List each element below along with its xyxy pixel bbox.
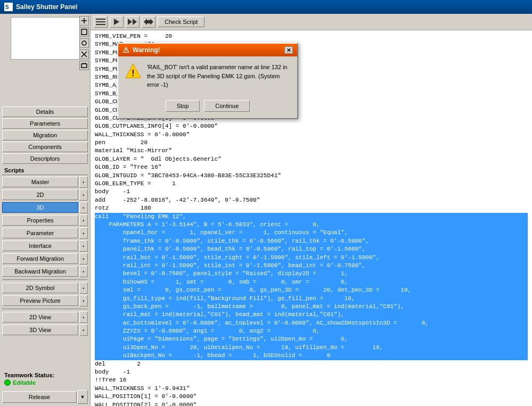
toolbar-btn-3[interactable] <box>126 16 140 28</box>
svg-rect-10 <box>96 21 105 22</box>
release-button[interactable]: Release <box>2 391 77 403</box>
migration-button[interactable]: Migration <box>2 130 88 140</box>
release-dropdown[interactable]: ▼ <box>77 390 88 404</box>
code-line-highlighted: sml = 0, gs_cont_pen = 0, gs_pen_3D = 20… <box>95 286 528 294</box>
stop-button[interactable]: Stop <box>166 100 200 112</box>
properties-button[interactable]: Properties <box>2 215 78 226</box>
dialog-message: 'RAIL_BOT' isn't a valid parameter name … <box>147 63 291 89</box>
code-line: WALL_POSITION[2] = 0'-0.0000" <box>95 402 197 406</box>
preview-picture-row: Preview Picture ▪ <box>2 295 88 306</box>
code-line-highlighted: rail_bot = 0'-1.5000", stile_right = 0'-… <box>95 254 528 262</box>
code-line-highlighted: ui3Dpen_No = 20, uiDetailpen_No = 19, ui… <box>95 344 528 352</box>
master-row: Master ▪ <box>2 176 88 188</box>
preview-picture-button[interactable]: Preview Picture <box>2 295 78 306</box>
properties-side-btn[interactable]: ▪ <box>79 214 88 226</box>
svg-rect-11 <box>96 24 105 25</box>
parameter-side-btn[interactable]: ▪ <box>79 227 88 239</box>
check-script-button[interactable]: Check Script <box>158 16 204 27</box>
twod-row: 2D ▪ <box>2 189 88 201</box>
toolbar-btn-1[interactable] <box>94 16 108 28</box>
master-side-btn[interactable]: ▪ <box>79 176 88 188</box>
sidebar-icon-5[interactable] <box>79 61 89 70</box>
parameter-button[interactable]: Parameter <box>2 228 78 238</box>
code-line: GLOB_CUTPLANES_INFO[4] = 0'-0.0000" <box>95 123 218 129</box>
sidebar-icon-4[interactable] <box>79 49 89 59</box>
continue-button[interactable]: Continue <box>204 100 250 112</box>
svg-marker-14 <box>133 19 137 25</box>
teamwork-status-label: Teamwork Status: <box>4 372 86 378</box>
forward-migration-row: Forward Migration ▪ <box>2 253 88 264</box>
svg-text:!: ! <box>132 69 134 78</box>
parameter-row: Parameter ▪ <box>2 227 88 239</box>
editable-dot <box>4 379 11 386</box>
twod-symbol-side-btn[interactable]: ▪ <box>79 282 88 294</box>
sidebar-icon-2[interactable] <box>79 27 89 37</box>
svg-marker-13 <box>128 19 132 25</box>
interface-side-btn[interactable]: ▪ <box>79 240 88 252</box>
editable-indicator: Editable <box>4 379 86 386</box>
twod-view-side-btn[interactable]: ▪ <box>79 311 88 323</box>
svg-marker-15 <box>144 19 153 25</box>
warning-title-icon: ⚠ <box>122 46 129 54</box>
threed-side-btn[interactable]: ▪ <box>79 202 88 213</box>
code-line-highlighted: uiPage = "Dimensions", page = "Settings"… <box>95 335 528 343</box>
components-button[interactable]: Components <box>2 142 88 152</box>
code-line: SYMB_VIEW_PEN = 20 <box>95 33 172 39</box>
svg-rect-6 <box>81 64 87 68</box>
twod-symbol-button[interactable]: 2D Symbol <box>2 283 78 293</box>
dialog-content-area: ! 'RAIL_BOT' isn't a valid parameter nam… <box>118 56 297 96</box>
properties-row: Properties ▪ <box>2 214 88 226</box>
code-line-highlighted: bevel = 0'-0.7500", panel_style = "Raise… <box>95 270 528 278</box>
svg-text:S: S <box>5 4 9 10</box>
toolbar-btn-4[interactable] <box>142 16 155 28</box>
dialog-close-button[interactable]: ✕ <box>284 46 293 54</box>
sidebar-icon-3[interactable] <box>79 38 89 48</box>
sidebar-icon-1[interactable] <box>79 16 89 26</box>
code-line: !!Tree 16 <box>95 377 126 383</box>
svg-rect-4 <box>81 29 87 35</box>
details-button[interactable]: Details <box>2 106 88 117</box>
master-button[interactable]: Master <box>2 177 78 187</box>
twod-view-button[interactable]: 2D View <box>2 312 78 322</box>
threed-view-side-btn[interactable]: ▪ <box>79 324 88 336</box>
code-line-highlighted: bshowHS = 1, smt = 0, smb = 0, smr = 0, <box>95 278 528 286</box>
twod-side-btn[interactable]: ▪ <box>79 189 88 201</box>
code-line-highlighted: PARAMETERS A = 1'-3.5144", B = 5'-6.5833… <box>95 221 528 229</box>
preview-picture-side-btn[interactable]: ▪ <box>79 295 88 306</box>
backward-migration-side-btn[interactable]: ▪ <box>79 266 88 277</box>
twod-button[interactable]: 2D <box>2 189 78 200</box>
warning-dialog[interactable]: ⚠ Warning! ✕ ! 'RAIL_BOT' isn't a valid … <box>117 43 298 119</box>
forward-migration-button[interactable]: Forward Migration <box>2 253 78 264</box>
scripts-section-label: Scripts <box>2 166 88 175</box>
interface-button[interactable]: Interface <box>2 241 78 251</box>
backward-migration-button[interactable]: Backward Migration <box>2 266 78 277</box>
app-icon: S <box>4 3 13 11</box>
threed-button[interactable]: 3D <box>2 202 78 213</box>
code-line: GLOB_ELEM_TYPE = 1 <box>95 180 176 187</box>
toolbar: Check Script <box>91 14 532 30</box>
code-line: GLOB_LAYER = " Gdl Objects.Generic" <box>95 156 222 162</box>
forward-migration-side-btn[interactable]: ▪ <box>79 253 88 264</box>
code-line-highlighted: panel_thk = 0'-0.5000", bead_thk = 0'-0.… <box>95 245 528 253</box>
threed-view-button[interactable]: 3D View <box>2 325 78 335</box>
code-line: WALL_THICKNESS = 1'-9.9431" <box>95 385 190 392</box>
code-line-highlighted: uiBackpen_No = -1, bbead = 1, bSEOsolid … <box>95 352 528 360</box>
code-line-highlighted: gs_back_pen = -1, ballmatsame = 0, panel… <box>95 303 528 311</box>
left-sidebar: Details Parameters Migration Components … <box>0 14 91 406</box>
parameters-button[interactable]: Parameters <box>2 118 88 129</box>
code-line: WALL_THICKNESS = 0'-0.0000" <box>95 131 190 138</box>
code-line: GLOB_ID = "Tree 16" <box>95 164 161 170</box>
dialog-title: Warning! <box>133 46 160 54</box>
dialog-title-bar: ⚠ Warning! ✕ <box>118 44 297 56</box>
svg-marker-12 <box>114 19 119 25</box>
release-row: Release ▼ <box>2 390 88 404</box>
title-bar: S Salley Shutter Panel <box>0 0 532 14</box>
code-line: pen 20 <box>95 139 148 146</box>
code-line: body -1 <box>95 369 130 375</box>
twod-symbol-row: 2D Symbol ▪ <box>2 282 88 294</box>
threed-row: 3D ▪ <box>2 202 88 213</box>
toolbar-btn-2[interactable] <box>110 16 124 28</box>
code-line: rotz 180 <box>95 205 151 211</box>
descriptors-button[interactable]: Descriptors <box>2 153 88 164</box>
warning-triangle-icon: ! <box>125 63 142 80</box>
